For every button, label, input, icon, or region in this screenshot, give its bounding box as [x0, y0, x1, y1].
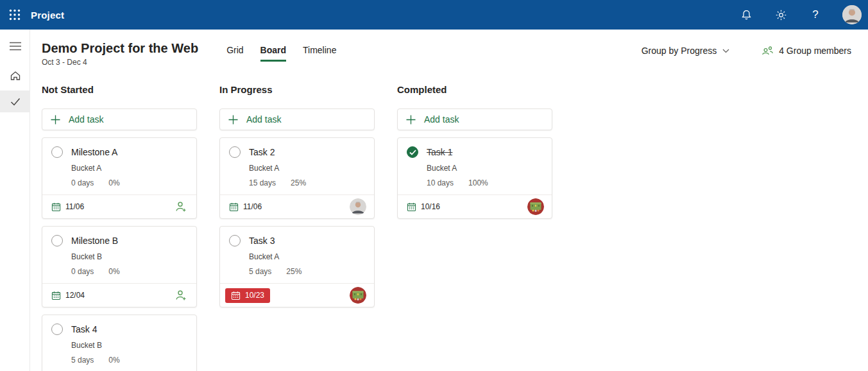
task-card-body: Task 2 Bucket A 15 days 25% [220, 138, 374, 194]
view-tabs: Grid Board Timeline [226, 40, 336, 62]
calendar-icon [407, 202, 416, 212]
task-percent: 0% [108, 267, 119, 276]
task-duration: 5 days [71, 356, 94, 365]
sidebar-item-home[interactable] [0, 65, 30, 87]
add-task-label: Add task [246, 114, 281, 125]
tab-board[interactable]: Board [260, 45, 286, 62]
add-task-label: Add task [69, 114, 103, 125]
gear-icon[interactable] [773, 7, 788, 22]
task-card-footer: 11/06 [42, 194, 196, 218]
group-members-button[interactable]: 4 Group members [762, 46, 851, 56]
task-card-body: Milestone A Bucket A 0 days 0% [42, 138, 196, 194]
chevron-down-icon [722, 49, 729, 53]
task-title: Task 2 [249, 147, 275, 157]
task-complete-toggle[interactable] [51, 235, 63, 246]
column-title: Completed [397, 84, 552, 95]
add-task-label: Add task [424, 114, 459, 125]
task-card-body: Task 1 Bucket A 10 days 100% [398, 138, 552, 194]
task-card[interactable]: Task 1 Bucket A 10 days 100% 10/16 [397, 137, 552, 219]
task-complete-toggle[interactable] [51, 146, 63, 158]
task-complete-toggle[interactable] [229, 235, 241, 246]
hamburger-icon[interactable] [0, 35, 30, 57]
calendar-icon [229, 202, 239, 212]
task-card-body: Milestone B Bucket B 0 days 0% [42, 227, 196, 283]
card-list: Milestone A Bucket A 0 days 0% 11/06 [42, 137, 197, 371]
task-card-body: Task 4 Bucket B 5 days 0% [42, 315, 196, 371]
task-bucket: Bucket A [249, 252, 365, 261]
task-card[interactable]: Task 2 Bucket A 15 days 25% 11/06 [219, 137, 375, 219]
task-due-date: 10/23 [245, 291, 264, 300]
board-column: Completed Add task Task 1 Bucket A 10 da… [397, 84, 552, 371]
task-card-body: Task 3 Bucket A 5 days 25% [220, 227, 374, 283]
card-assignees [174, 289, 189, 302]
task-card-footer: 12/04 [42, 283, 196, 307]
home-icon [10, 70, 21, 82]
waffle-icon-glyph [9, 9, 21, 21]
task-card[interactable]: Task 3 Bucket A 5 days 25% 10/23 [219, 226, 375, 307]
task-card[interactable]: Milestone B Bucket B 0 days 0% 12/04 [42, 226, 197, 307]
tab-timeline[interactable]: Timeline [303, 45, 336, 62]
task-title: Milestone B [71, 236, 118, 246]
task-bucket: Bucket B [71, 252, 187, 261]
task-card-footer: 11/06 [220, 194, 374, 218]
sidebar-item-tasks[interactable] [0, 91, 30, 112]
left-nav-rail [0, 30, 30, 371]
page-title: Demo Project for the Web [42, 40, 198, 56]
due-date-chip: 12/04 [51, 291, 85, 300]
task-percent: 0% [108, 356, 119, 365]
task-card[interactable]: Milestone A Bucket A 0 days 0% 11/06 [42, 137, 197, 219]
board: Not Started Add task Milestone A Bucket … [30, 67, 868, 371]
bell-icon[interactable] [738, 7, 754, 22]
task-percent: 0% [108, 178, 119, 187]
assign-person-icon [174, 200, 187, 213]
user-avatar[interactable] [842, 5, 862, 24]
task-duration: 10 days [427, 178, 454, 187]
top-app-bar: Project ? [0, 0, 868, 30]
help-glyph: ? [812, 8, 818, 21]
due-date-chip: 11/06 [51, 202, 84, 212]
task-complete-toggle[interactable] [407, 146, 418, 158]
user-avatar-photo [842, 5, 862, 24]
task-duration: 5 days [249, 267, 271, 276]
task-complete-toggle[interactable] [229, 146, 241, 158]
task-bucket: Bucket A [249, 164, 365, 173]
group-members-label: 4 Group members [779, 46, 851, 56]
board-column: In Progress Add task Task 2 Bucket A 15 … [219, 84, 375, 371]
task-card[interactable]: Task 4 Bucket B 5 days 0% 11/13 [42, 315, 197, 371]
main-content: Demo Project for the Web Oct 3 - Dec 4 G… [30, 30, 868, 371]
card-assignees [350, 287, 366, 304]
board-column: Not Started Add task Milestone A Bucket … [42, 84, 197, 371]
waffle-icon[interactable] [0, 0, 30, 30]
app-title: Project [31, 10, 64, 21]
calendar-icon [231, 291, 241, 300]
card-assignees [527, 198, 544, 215]
task-title: Task 1 [427, 147, 452, 157]
calendar-icon [51, 202, 61, 212]
task-bucket: Bucket A [71, 164, 187, 173]
add-task-button[interactable]: Add task [397, 108, 552, 130]
check-icon [409, 150, 416, 155]
plus-icon [406, 115, 416, 125]
task-complete-toggle[interactable] [51, 324, 63, 335]
task-percent: 25% [286, 267, 302, 276]
task-bucket: Bucket B [71, 341, 187, 350]
task-due-date: 11/06 [65, 202, 84, 211]
due-date-chip: 10/16 [407, 202, 440, 212]
card-assignees [174, 200, 189, 213]
assign-person-icon [174, 289, 187, 302]
task-duration: 15 days [249, 178, 276, 187]
task-percent: 25% [291, 178, 306, 187]
add-task-button[interactable]: Add task [42, 108, 197, 130]
art-avatar [527, 198, 544, 215]
due-date-chip: 10/23 [225, 288, 270, 303]
column-title: In Progress [219, 84, 375, 95]
card-list: Task 2 Bucket A 15 days 25% 11/06 [219, 137, 375, 307]
plus-icon [228, 115, 238, 125]
card-list: Task 1 Bucket A 10 days 100% 10/16 [397, 137, 552, 219]
group-by-dropdown[interactable]: Group by Progress [642, 46, 730, 56]
group-members-icon [762, 46, 774, 56]
help-icon[interactable]: ? [808, 7, 823, 22]
column-title: Not Started [42, 84, 197, 95]
tab-grid[interactable]: Grid [226, 45, 243, 62]
add-task-button[interactable]: Add task [219, 108, 375, 130]
